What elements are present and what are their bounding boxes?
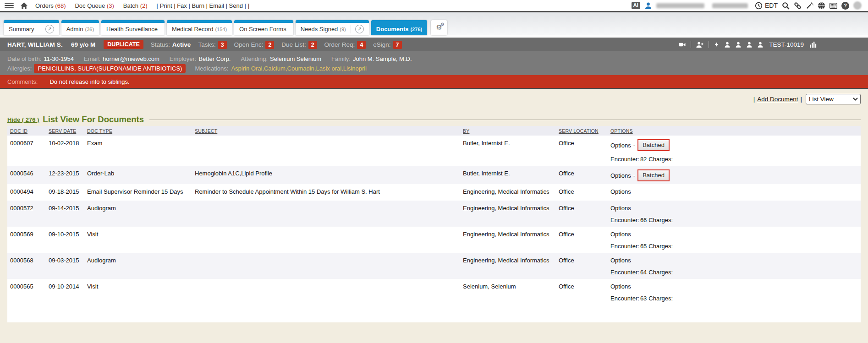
subject-cell: Hemoglobin A1C,Lipid Profile bbox=[192, 166, 460, 184]
document-row[interactable]: 0000546 12-23-2015 Order-Lab Hemoglobin … bbox=[7, 166, 861, 184]
stat-value[interactable]: Active bbox=[172, 41, 191, 48]
detail-label: Attending: bbox=[241, 55, 268, 62]
column-header-subject[interactable]: SUBJECT bbox=[192, 126, 460, 136]
medication-link[interactable]: Coumadin bbox=[287, 65, 316, 72]
tab-settings-button[interactable]: ⚙ ⚙ bbox=[431, 20, 447, 35]
doc-id-cell: 0000546 bbox=[7, 166, 46, 184]
charges-label: Charges: bbox=[648, 217, 673, 223]
serv-location-cell: Office bbox=[556, 184, 608, 201]
keyboard-icon[interactable] bbox=[830, 2, 837, 10]
chart-tab[interactable]: Health Surveillance bbox=[101, 20, 165, 35]
stat-value[interactable]: 3 bbox=[218, 41, 227, 49]
tab-count: (36) bbox=[85, 27, 94, 32]
popout-icon[interactable]: ↗ bbox=[355, 25, 364, 33]
bar-chart-icon[interactable] bbox=[809, 41, 817, 48]
tab-label: Documents bbox=[376, 26, 409, 33]
serv-location-cell: Office bbox=[556, 279, 608, 305]
column-header-serv-location[interactable]: SERV LOCATION bbox=[556, 126, 608, 136]
lightning-icon[interactable] bbox=[714, 41, 720, 48]
tab-popout-area: ↗ bbox=[41, 25, 54, 33]
tab-count: (154) bbox=[215, 27, 227, 32]
clock-icon[interactable] bbox=[755, 2, 763, 10]
ai-assistant-icon[interactable]: AI bbox=[632, 2, 641, 9]
subject-cell: Reminder to Schedule Appointment Within … bbox=[192, 184, 460, 201]
topbar-action[interactable]: Fax bbox=[177, 2, 192, 9]
document-row[interactable]: 0000572 09-14-2015 Audiogram Engineering… bbox=[7, 201, 861, 227]
batched-button[interactable]: Batched bbox=[637, 169, 670, 181]
topbar-action[interactable]: Email bbox=[209, 2, 229, 9]
batched-button[interactable]: Batched bbox=[637, 139, 670, 151]
chart-tab[interactable]: Medical Record (154) bbox=[167, 20, 232, 35]
column-header-doc-id[interactable]: DOC ID bbox=[7, 126, 46, 136]
stat-value[interactable]: 2 bbox=[265, 41, 274, 49]
serv-date-cell: 12-23-2015 bbox=[46, 166, 84, 184]
person-icon[interactable] bbox=[735, 41, 742, 48]
encounter-number[interactable]: 65 bbox=[640, 243, 647, 250]
comments-bar: Comments: Do not release info to sibling… bbox=[0, 75, 868, 89]
options-menu-link[interactable]: Options bbox=[610, 188, 631, 196]
document-row[interactable]: 0000565 09-10-2014 Visit Selenium, Selen… bbox=[7, 279, 861, 305]
chart-tab[interactable]: Summary ↗ bbox=[4, 20, 59, 35]
allergy-badge[interactable]: PENICILLINS, SULFA(SULFONAMIDE ANTIBIOTI… bbox=[34, 64, 186, 73]
hide-link[interactable]: Hide ( 276 ) bbox=[7, 116, 39, 123]
add-person-icon[interactable] bbox=[696, 41, 704, 48]
person-icon[interactable] bbox=[724, 41, 731, 48]
medication-link[interactable]: Lisinopril bbox=[343, 65, 367, 72]
view-select-value: List View bbox=[809, 96, 853, 103]
column-header-serv-date[interactable]: SERV DATE bbox=[46, 126, 84, 136]
topbar-menu-item[interactable]: Doc Queue (3) bbox=[75, 2, 114, 9]
chart-tab[interactable]: Admin (36) bbox=[61, 20, 99, 35]
hamburger-menu-icon[interactable] bbox=[5, 3, 14, 9]
document-row[interactable]: 0000568 09-03-2015 Audiogram Engineering… bbox=[7, 253, 861, 279]
topbar-menu-item[interactable]: Batch (2) bbox=[123, 2, 148, 9]
options-menu-link[interactable]: Options bbox=[610, 172, 631, 180]
options-menu-link[interactable]: Options bbox=[610, 283, 631, 290]
serv-date-cell: 09-10-2015 bbox=[46, 227, 84, 253]
document-row[interactable]: 0000569 09-10-2015 Visit Engineering, Me… bbox=[7, 227, 861, 253]
stat-value[interactable]: 7 bbox=[393, 41, 402, 49]
add-document-link[interactable]: Add Document bbox=[757, 96, 798, 103]
person-icon[interactable] bbox=[757, 41, 764, 48]
document-row[interactable]: 0000494 09-18-2015 Email Supervisor Remi… bbox=[7, 184, 861, 201]
chart-tab[interactable]: Documents (276) bbox=[371, 20, 427, 35]
encounter-number[interactable]: 66 bbox=[640, 217, 647, 223]
encounter-number[interactable]: 63 bbox=[640, 295, 647, 302]
stat-value[interactable]: 4 bbox=[357, 41, 366, 49]
home-icon[interactable] bbox=[20, 2, 28, 10]
options-menu-link[interactable]: Options bbox=[610, 204, 631, 212]
topbar-menu-item[interactable]: Orders (68) bbox=[35, 2, 66, 9]
user-icon[interactable] bbox=[644, 2, 652, 10]
stat-value[interactable]: 2 bbox=[308, 41, 317, 49]
chart-tab[interactable]: Needs Signed (9) ↗ bbox=[296, 20, 369, 35]
column-header-doc-type[interactable]: DOC TYPE bbox=[84, 126, 192, 136]
topbar-action[interactable]: Send bbox=[229, 2, 248, 9]
document-row[interactable]: 0000607 10-02-2018 Exam Butler, Internis… bbox=[7, 136, 861, 166]
column-header-options[interactable]: OPTIONS bbox=[608, 126, 861, 136]
encounter-number[interactable]: 82 bbox=[640, 156, 647, 163]
person-icon[interactable] bbox=[746, 41, 753, 48]
encounter-number[interactable]: 64 bbox=[640, 269, 647, 276]
options-menu-link[interactable]: Options bbox=[610, 230, 631, 238]
medication-link[interactable]: Aspirin Oral bbox=[231, 65, 264, 72]
wand-icon[interactable] bbox=[806, 2, 813, 10]
link-icon[interactable] bbox=[794, 2, 802, 10]
pipe: | bbox=[753, 96, 755, 103]
video-camera-icon[interactable] bbox=[678, 41, 686, 48]
medication-link[interactable]: Calcium bbox=[264, 65, 287, 72]
patient-detail: Email:horner@mieweb.com bbox=[84, 55, 159, 62]
medication-link[interactable]: Lasix oral bbox=[316, 65, 343, 72]
popout-icon[interactable]: ↗ bbox=[45, 25, 54, 33]
topbar-action[interactable]: Burn bbox=[192, 2, 209, 9]
globe-icon[interactable] bbox=[818, 2, 825, 10]
column-header-by[interactable]: BY bbox=[460, 126, 556, 136]
options-menu-link[interactable]: Options bbox=[610, 142, 631, 149]
document-view-select[interactable]: List View bbox=[806, 94, 861, 104]
by-cell: Butler, Internist E. bbox=[460, 136, 556, 166]
help-icon[interactable]: ? bbox=[841, 2, 849, 10]
chart-tab[interactable]: On Screen Forms bbox=[234, 20, 293, 35]
duplicate-badge[interactable]: DUPLICATE bbox=[104, 40, 143, 49]
doc-id-cell: 0000565 bbox=[7, 279, 46, 305]
search-icon[interactable] bbox=[782, 2, 790, 10]
options-menu-link[interactable]: Options bbox=[610, 256, 631, 264]
topbar-action[interactable]: Print bbox=[160, 2, 177, 9]
